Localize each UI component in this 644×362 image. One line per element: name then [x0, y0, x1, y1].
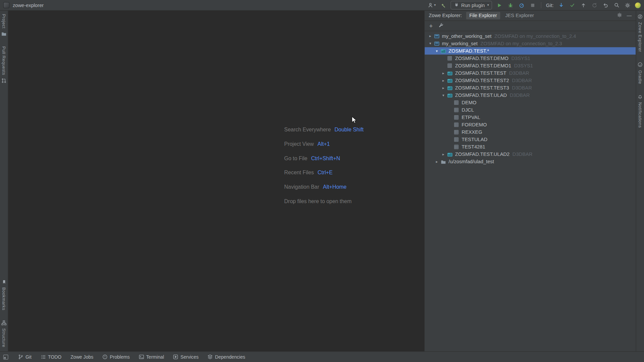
tool-window-toolbar: +	[425, 21, 636, 31]
dataset-pds-icon	[446, 93, 453, 98]
shortcut-label: Recent Files	[284, 170, 314, 176]
tree-row-fordemo[interactable]: FORDEMO	[425, 121, 636, 128]
tree-row-test4281[interactable]: TEST4281	[425, 143, 636, 150]
statusbar-item-dependencies[interactable]: Dependencies	[208, 354, 245, 360]
statusbar-item-todo[interactable]: TODO	[41, 354, 61, 360]
run-button[interactable]	[496, 1, 503, 9]
dataset-member-icon	[453, 137, 460, 142]
chevron-down-icon[interactable]: ▾	[434, 49, 440, 53]
stop-button[interactable]	[529, 1, 537, 9]
tree-row-zosmfad-test[interactable]: ▾ZOSMFAD.TEST.*	[425, 47, 636, 55]
git-push-icon[interactable]	[580, 1, 587, 9]
tree-label: REXXEG	[462, 129, 482, 135]
tree-label: ZOSMFAD.TEST.TEST	[455, 70, 506, 76]
refresh-icon[interactable]	[591, 1, 598, 9]
tree-row-zosmfad-test-demo[interactable]: ZOSMFAD.TEST.DEMOD3SYS1	[425, 55, 636, 62]
shortcut-keys: Ctrl+Shift+N	[311, 155, 340, 161]
shortcut-keys: Double Shift	[334, 126, 364, 132]
tool-window-title: Zowe Explorer:	[429, 13, 462, 18]
tree-row-zosmfad-test-ulad2[interactable]: ▸ZOSMFAD.TEST.ULAD2D3DBAR	[425, 150, 636, 158]
tree-row-zosmfad-test-demo1[interactable]: ZOSMFAD.TEST.DEMO1D3SYS1	[425, 62, 636, 69]
debug-button[interactable]	[507, 1, 514, 9]
tool-window-gear-icon[interactable]	[617, 12, 622, 19]
folder-icon	[1, 32, 7, 37]
statusbar-item-zowe-jobs[interactable]: Zowe Jobs	[70, 354, 93, 359]
bookmark-icon	[1, 279, 6, 284]
tree-row-my-other-working-set[interactable]: ▸my_other_working_setZOSMFAD on my_conne…	[425, 33, 636, 40]
tree-row-zosmfad-test-test[interactable]: ▸ZOSMFAD.TEST.TESTD3DBAR	[425, 69, 636, 77]
statusbar-item-label: Services	[180, 354, 199, 359]
shortcut-keys: Alt+1	[318, 141, 330, 147]
tree-row-testulad[interactable]: TESTULAD	[425, 136, 636, 143]
git-update-icon[interactable]	[557, 1, 565, 9]
git-commit-check-icon[interactable]	[569, 1, 576, 9]
statusbar-item-git[interactable]: Git	[18, 354, 32, 360]
zowe-explorer-tool-window: Zowe Explorer: File ExplorerJES Explorer…	[424, 11, 636, 351]
user-menu-icon[interactable]: ▾	[428, 1, 436, 9]
dependencies-icon	[208, 354, 213, 360]
statusbar-item-services[interactable]: Services	[173, 354, 199, 360]
stripe-item-pull-requests[interactable]: Pull Requests	[1, 47, 7, 83]
tree-row-u-zosmfad-ulad-test[interactable]: ▸/u/zosmfad/ulad_test	[425, 158, 636, 165]
tool-window-header: Zowe Explorer: File ExplorerJES Explorer…	[425, 11, 636, 21]
chevron-down-icon[interactable]: ▾	[427, 42, 433, 45]
chevron-right-icon[interactable]: ▸	[440, 71, 446, 75]
tree-row-zosmfad-test-test2[interactable]: ▸ZOSMFAD.TEST.TEST2D3DBAR	[425, 77, 636, 84]
chevron-right-icon[interactable]: ▸	[440, 86, 446, 90]
tree-row-zosmfad-test-ulad[interactable]: ▾ZOSMFAD.TEST.ULADD3DBAR	[425, 92, 636, 99]
settings-gear-icon[interactable]	[624, 1, 631, 9]
chevron-right-icon[interactable]: ▸	[440, 153, 446, 156]
tree-row-etpval[interactable]: ETPVAL	[425, 114, 636, 121]
tree-label: ETPVAL	[462, 115, 480, 120]
chevron-right-icon[interactable]: ▸	[440, 78, 446, 82]
stripe-item-label: Gradle	[638, 70, 642, 84]
chevron-down-icon[interactable]: ▾	[440, 94, 446, 97]
tab-jes-explorer[interactable]: JES Explorer	[502, 12, 537, 19]
tree-row-my-working-set[interactable]: ▾my_working_setZOSMFAD on my_connection_…	[425, 40, 636, 47]
tree-row-zosmfad-test-test3[interactable]: ▸ZOSMFAD.TEST.TEST3D3DBAR	[425, 84, 636, 92]
chevron-right-icon[interactable]: ▸	[434, 160, 440, 164]
statusbar-item-label: Problems	[110, 354, 129, 359]
dataset-member-icon	[446, 63, 453, 68]
dataset-member-icon	[453, 129, 460, 135]
structure-icon	[1, 320, 7, 325]
stripe-item-project[interactable]: Project	[1, 14, 7, 37]
undo-icon[interactable]	[602, 1, 609, 9]
profiler-button[interactable]	[518, 1, 525, 9]
wrench-icon[interactable]	[438, 22, 443, 29]
mouse-cursor	[352, 116, 357, 126]
tool-window-tabs: File ExplorerJES Explorer	[466, 12, 537, 19]
minimize-icon[interactable]: —	[627, 13, 632, 18]
chevron-right-icon[interactable]: ▸	[427, 34, 433, 38]
toolwindow-switcher-icon[interactable]	[3, 354, 8, 359]
git-label: Git:	[546, 2, 554, 8]
shortcut-hint-go-to-file: Go to FileCtrl+Shift+N	[284, 154, 364, 169]
stripe-item-zowe-explorer[interactable]: Zowe Explorer	[637, 14, 643, 52]
tab-file-explorer[interactable]: File Explorer	[466, 12, 500, 19]
tree-row-djcl[interactable]: DJCL	[425, 106, 636, 114]
tree-row-rexxeg[interactable]: REXXEG	[425, 128, 636, 136]
tree-label: ZOSMFAD.TEST.DEMO1	[455, 63, 511, 68]
shortcut-keys: Alt+Home	[323, 184, 346, 190]
tree-suffix: D3SYS1	[512, 55, 530, 61]
statusbar-item-problems[interactable]: Problems	[102, 354, 130, 360]
add-icon[interactable]: +	[429, 23, 433, 29]
workspace: ProjectPull Requests BookmarksStructure …	[0, 11, 644, 351]
tree-suffix: D3DBAR	[513, 152, 533, 157]
run-configuration-select[interactable]: Run plugin ▾	[450, 1, 492, 9]
stripe-item-bookmarks[interactable]: Bookmarks	[1, 279, 6, 310]
search-everywhere-icon[interactable]	[613, 1, 620, 9]
stripe-item-notifications[interactable]: Notifications	[637, 94, 643, 128]
statusbar-item-label: Dependencies	[215, 354, 245, 359]
statusbar-item-terminal[interactable]: Terminal	[139, 354, 164, 360]
stripe-item-label: Project	[2, 14, 6, 28]
tree-label: ZOSMFAD.TEST.TEST2	[455, 77, 509, 83]
toolbar-separator	[541, 2, 541, 8]
stripe-item-gradle[interactable]: Gradle	[637, 62, 643, 84]
tree-suffix: D3DBAR	[510, 93, 530, 98]
tree-row-demo[interactable]: DEMO	[425, 99, 636, 106]
tree-label: DEMO	[462, 100, 476, 106]
build-hammer-icon[interactable]	[439, 1, 447, 9]
user-avatar[interactable]	[635, 2, 641, 8]
stripe-item-structure[interactable]: Structure	[1, 320, 7, 347]
